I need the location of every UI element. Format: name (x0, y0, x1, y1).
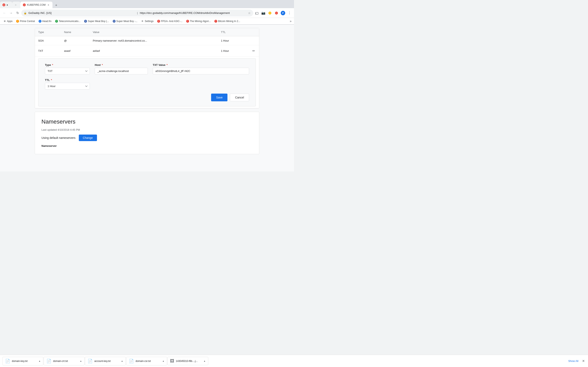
bookmark-mining-icon: T (186, 20, 189, 23)
new-tab-button[interactable]: + (53, 2, 59, 8)
form-row-1: Type * A AAAA CNAME MX NS SOA (45, 63, 249, 75)
bookmark-fpga-label: FPGA- And ASIC-... (161, 20, 182, 23)
form-actions: Save Cancel (45, 94, 249, 101)
txt-value-label: TXT Value * (153, 63, 249, 67)
cancel-button[interactable]: Cancel (230, 94, 249, 101)
row-txt-name: asasf (61, 45, 90, 57)
row-soa-value: Primary nameserver: ns43.domaincontrol.c… (89, 36, 218, 45)
ttl-label: TTL * (45, 78, 90, 82)
menu-icon[interactable]: ⋮ (287, 10, 292, 16)
tab-back[interactable]: ← (12, 2, 20, 8)
row-soa-actions (248, 36, 259, 45)
nameservers-default-text: Using default nameservers (42, 136, 76, 140)
bookmark-smb1-icon: S (84, 20, 87, 23)
col-actions (248, 28, 259, 36)
back-button[interactable]: ← (2, 10, 7, 16)
col-ttl: TTL (218, 28, 248, 36)
txt-value-field-group: TXT Value * (153, 63, 249, 75)
extension-icon-1[interactable]: $ (267, 10, 273, 16)
dns-table: Type Name Value TTL SOA @ Primary namese… (35, 28, 259, 108)
table-row: TXT asasf asfasf 1 Hour ✏ (35, 45, 259, 57)
edit-form: Type * A AAAA CNAME MX NS SOA (38, 58, 256, 106)
tab-active[interactable]: G KUBEFIRE.COM ✕ (20, 2, 52, 8)
tab-favicon-active: G (23, 3, 26, 6)
tab-close-btn[interactable]: ✕ (47, 3, 50, 7)
bookmark-smb2-icon: S (113, 20, 116, 23)
bookmark-telecom[interactable]: T Telecommunicatio... (53, 19, 82, 23)
bookmark-mining[interactable]: T The Mining Algori... (185, 19, 213, 23)
bookmark-bitcoin-label: Bitcoin Mining In 2... (218, 20, 240, 23)
bookmark-apps-icon: ⊞ (3, 20, 6, 23)
col-type: Type (35, 28, 61, 36)
bookmark-star-icon[interactable]: ☆ (248, 11, 251, 15)
col-value: Value (89, 28, 218, 36)
reload-button[interactable]: ↻ (15, 10, 20, 16)
bookmark-smb2-label: Super Meat Boy -... (116, 20, 138, 23)
ttl-field-group: TTL * 1/2 Hour 1 Hour 2 Hours Custom (45, 78, 90, 90)
host-required-indicator: * (101, 63, 103, 67)
forward-button[interactable]: → (8, 10, 14, 16)
svg-rect-2 (255, 12, 258, 14)
browser-chrome: G ● ← G KUBEFIRE.COM ✕ + ← → ↻ 🔒 GoDaddy… (0, 0, 294, 25)
bookmark-bitcoin[interactable]: T Bitcoin Mining In 2... (213, 19, 242, 23)
bookmark-apps[interactable]: ⊞ Apps (2, 19, 14, 23)
type-select[interactable]: A AAAA CNAME MX NS SOA SRV TXT (45, 68, 90, 75)
bookmark-bitcoin-icon: T (214, 20, 217, 23)
bookmark-fpga[interactable]: F FPGA- And ASIC-... (156, 19, 184, 23)
table-row: SOA @ Primary nameserver: ns43.domaincon… (35, 36, 259, 45)
bookmark-smb2[interactable]: S Super Meat Boy -... (111, 19, 139, 23)
host-field-group: Host * (95, 63, 148, 75)
row-txt-type: TXT (35, 45, 61, 57)
bookmark-telecom-icon: T (55, 20, 58, 23)
edit-txt-record-button[interactable]: ✏ (251, 48, 256, 54)
address-url: https://dcc.godaddy.com/manage/KUBEFIRE.… (140, 11, 246, 15)
tab-title-active: KUBEFIRE.COM (27, 3, 45, 6)
bookmark-prime-icon: P (16, 20, 19, 23)
txt-value-input[interactable] (153, 68, 249, 75)
bookmark-prime[interactable]: P Prime Central (15, 19, 36, 23)
extension-icon-2[interactable]: L (274, 10, 279, 16)
txt-value-required-indicator: * (166, 63, 168, 67)
bookmark-prime-label: Prime Central (20, 20, 35, 23)
nameservers-card: Nameservers Last updated 4/10/2018 4:45 … (35, 112, 259, 154)
nav-actions: 📷 $ L P ⋮ (254, 10, 292, 16)
row-soa-ttl: 1 Hour (218, 36, 248, 45)
edit-form-row: Type * A AAAA CNAME MX NS SOA (35, 57, 259, 108)
tab-title-1: ● (7, 3, 8, 6)
dns-card: Type Name Value TTL SOA @ Primary namese… (35, 28, 259, 108)
form-row-2: TTL * 1/2 Hour 1 Hour 2 Hours Custom (45, 78, 249, 90)
cast-icon[interactable] (254, 10, 260, 16)
save-button[interactable]: Save (211, 94, 227, 101)
nav-bar: ← → ↻ 🔒 GoDaddy INC. [US] | https://dcc.… (0, 8, 294, 18)
col-name: Name (61, 28, 90, 36)
bookmark-smb1-label: Super Meat Boy (... (88, 20, 109, 23)
profile-icon[interactable]: P (280, 10, 286, 16)
page-content: Type Name Value TTL SOA @ Primary namese… (0, 25, 294, 171)
row-soa-name: @ (61, 36, 90, 45)
bookmark-head-icon: H (39, 20, 42, 23)
bookmark-smb1[interactable]: S Super Meat Boy (... (82, 19, 111, 23)
type-field-group: Type * A AAAA CNAME MX NS SOA (45, 63, 90, 75)
bookmarks-more-button[interactable]: » (289, 19, 292, 23)
screenshot-icon[interactable]: 📷 (260, 10, 266, 16)
bookmarks-bar: ⊞ Apps P Prime Central H Head.fm T Telec… (0, 18, 294, 25)
nameservers-title: Nameservers (42, 118, 252, 125)
tab-favicon-1: G (2, 3, 5, 6)
bookmark-head-label: Head.fm (42, 20, 52, 23)
type-label: Type * (45, 63, 90, 67)
tab-title-2: ← (15, 3, 17, 6)
nameservers-default-row: Using default nameservers Change (42, 134, 252, 141)
host-label: Host * (95, 63, 148, 67)
bookmark-head[interactable]: H Head.fm (37, 19, 53, 23)
nameservers-last-updated: Last updated 4/10/2018 4:45 PM (42, 128, 252, 131)
bookmark-settings[interactable]: ⚙ Settings (139, 19, 155, 23)
bookmark-settings-label: Settings (145, 20, 154, 23)
row-txt-value: asfasf (89, 45, 218, 57)
ttl-select[interactable]: 1/2 Hour 1 Hour 2 Hours Custom (45, 83, 90, 90)
host-input[interactable] (95, 68, 148, 75)
svg-text:G: G (24, 4, 25, 6)
address-bar[interactable]: 🔒 GoDaddy INC. [US] | https://dcc.godadd… (21, 9, 253, 17)
type-required-indicator: * (51, 63, 53, 67)
tab-godaddy[interactable]: G ● (0, 2, 12, 8)
change-nameservers-button[interactable]: Change (79, 134, 97, 141)
